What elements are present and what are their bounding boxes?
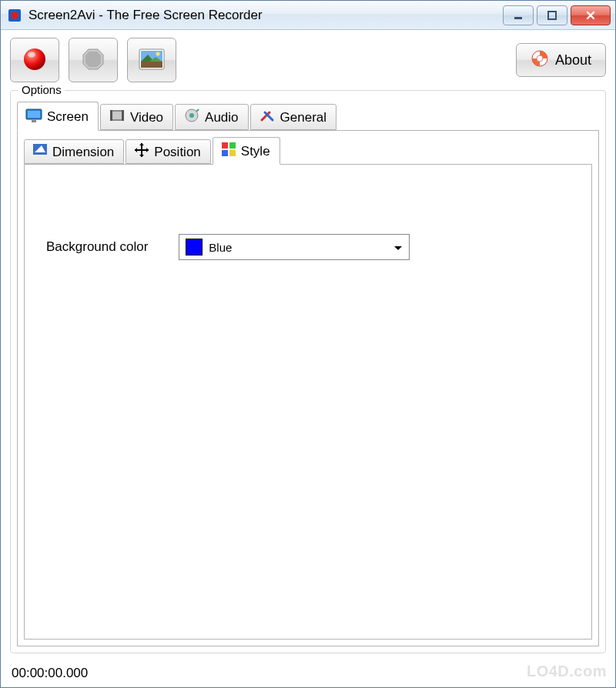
audio-icon	[183, 108, 200, 127]
options-legend: Options	[18, 83, 65, 96]
svg-rect-17	[28, 111, 40, 118]
svg-rect-2	[514, 17, 522, 19]
maximize-button[interactable]	[537, 5, 567, 25]
svg-point-12	[156, 52, 160, 55]
svg-rect-13	[141, 62, 162, 68]
bg-color-value: Blue	[209, 241, 232, 254]
subtab-label: Style	[241, 144, 270, 159]
app-icon	[7, 8, 22, 23]
stop-button[interactable]	[69, 38, 118, 82]
tab-general[interactable]: General	[250, 104, 336, 130]
subtab-dimension[interactable]: Dimension	[24, 139, 124, 164]
svg-rect-28	[222, 150, 228, 156]
subtab-label: Dimension	[52, 145, 114, 160]
svg-rect-3	[548, 12, 556, 19]
svg-point-15	[537, 55, 543, 62]
window-controls	[503, 5, 611, 25]
tab-screen[interactable]: Screen	[17, 102, 99, 131]
svg-rect-20	[112, 112, 122, 119]
bg-color-label: Background color	[46, 239, 148, 255]
film-icon	[109, 108, 126, 127]
titlebar: Screen2Avi - The Free Screen Recorder	[1, 1, 615, 30]
about-label: About	[555, 52, 591, 68]
svg-point-24	[189, 113, 194, 118]
tab-video[interactable]: Video	[100, 104, 173, 130]
monitor-icon	[25, 108, 42, 127]
tab-panel-screen: Dimension Position Style Backgr	[17, 131, 599, 646]
tab-audio[interactable]: Audio	[175, 104, 248, 130]
minimize-button[interactable]	[503, 5, 534, 25]
tools-icon	[259, 108, 276, 127]
svg-point-4	[24, 48, 45, 70]
tab-label: Video	[130, 110, 163, 125]
sub-tabstrip: Dimension Position Style	[24, 137, 592, 165]
close-button[interactable]	[571, 5, 611, 25]
svg-rect-26	[222, 142, 228, 149]
svg-rect-29	[229, 150, 236, 156]
stop-icon	[80, 46, 106, 75]
dimension-icon	[32, 143, 48, 161]
recording-time: 00:00:00.000	[12, 666, 88, 680]
color-swatch	[186, 239, 203, 255]
lifebuoy-icon	[531, 49, 549, 72]
toolbar: About	[1, 30, 615, 87]
record-icon	[22, 46, 48, 75]
move-icon	[134, 142, 149, 162]
subtab-position[interactable]: Position	[126, 139, 210, 164]
screenshot-button[interactable]	[127, 38, 176, 82]
tab-label: General	[280, 110, 326, 125]
picture-icon	[139, 48, 165, 72]
options-group: Options Screen Video Audio	[10, 90, 606, 653]
record-button[interactable]	[10, 38, 59, 82]
svg-marker-7	[85, 52, 101, 67]
subtab-label: Position	[154, 145, 200, 160]
main-tabstrip: Screen Video Audio General	[17, 102, 599, 131]
tab-label: Audio	[205, 110, 238, 125]
subtab-style[interactable]: Style	[213, 137, 280, 165]
bg-color-row: Background color Blue	[46, 234, 570, 260]
style-panel: Background color Blue	[24, 165, 592, 640]
watermark: LO4D.com	[527, 663, 607, 680]
bg-color-combo[interactable]: Blue	[179, 234, 410, 260]
tab-label: Screen	[47, 109, 89, 125]
main-window: Screen2Avi - The Free Screen Recorder	[0, 0, 616, 688]
style-icon	[221, 142, 236, 161]
about-button[interactable]: About	[516, 43, 606, 77]
statusbar: 00:00:00.000	[1, 660, 615, 687]
svg-point-5	[28, 52, 35, 57]
window-title: Screen2Avi - The Free Screen Recorder	[28, 8, 503, 23]
svg-rect-27	[229, 142, 236, 149]
chevron-down-icon	[393, 241, 403, 254]
svg-rect-18	[32, 120, 36, 122]
svg-point-1	[11, 12, 18, 19]
svg-rect-21	[110, 110, 112, 121]
svg-rect-22	[122, 110, 124, 121]
